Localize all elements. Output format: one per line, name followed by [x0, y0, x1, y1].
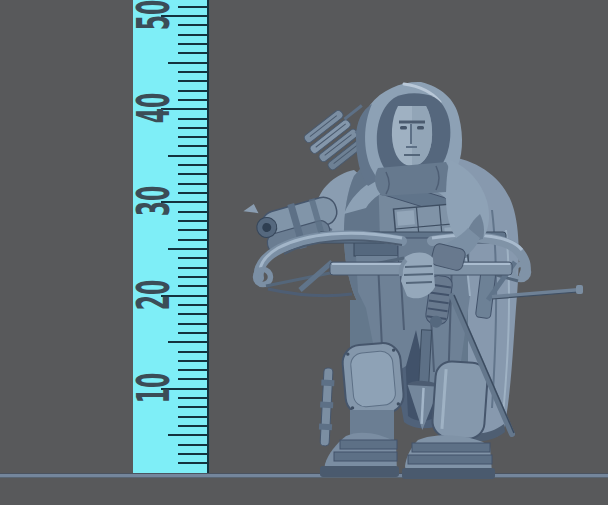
- model-viewport[interactable]: 1020304050: [0, 0, 608, 505]
- miniature-figure: [0, 0, 608, 505]
- boot-knife: [318, 368, 335, 447]
